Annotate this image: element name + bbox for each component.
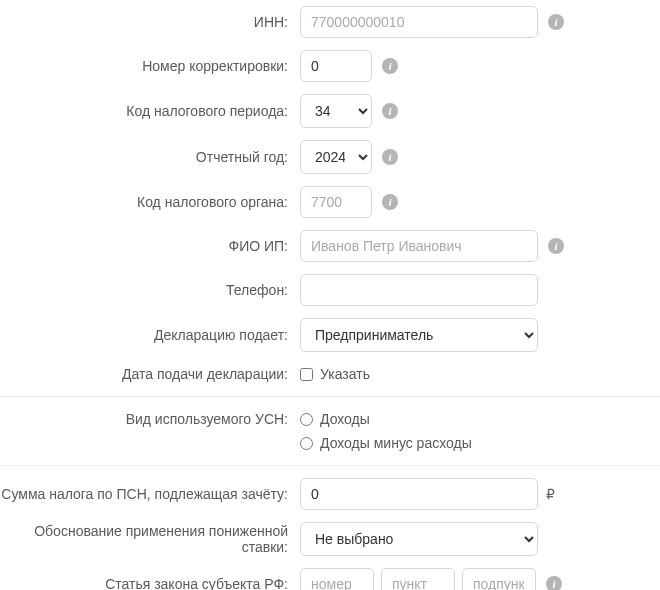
row-phone: Телефон:: [0, 268, 660, 312]
input-phone[interactable]: [300, 274, 538, 306]
label-fio: ФИО ИП:: [0, 238, 300, 254]
input-statute-number[interactable]: [300, 568, 374, 590]
row-fio: ФИО ИП: i: [0, 224, 660, 268]
radio-usn-income-input[interactable]: [300, 413, 313, 426]
label-usn-type: Вид используемого УСН:: [0, 409, 300, 427]
row-tax-org: Код налогового органа: i: [0, 180, 660, 224]
divider: [0, 465, 660, 466]
info-icon[interactable]: i: [382, 149, 398, 165]
info-icon[interactable]: i: [382, 58, 398, 74]
label-submit-date: Дата подачи декларации:: [0, 366, 300, 382]
checkbox-specify-date[interactable]: Указать: [300, 364, 370, 384]
label-correction: Номер корректировки:: [0, 58, 300, 74]
input-inn[interactable]: [300, 6, 538, 38]
row-basis: Обоснование применения пониженной ставки…: [0, 516, 660, 562]
label-statute: Статья закона субъекта РФ:: [0, 576, 300, 590]
checkbox-specify-date-label: Указать: [320, 366, 370, 382]
radio-group-usn: Доходы Доходы минус расходы: [300, 409, 472, 453]
info-icon[interactable]: i: [546, 576, 562, 590]
select-year[interactable]: 2024: [300, 140, 372, 174]
divider: [0, 396, 660, 397]
radio-usn-income-minus[interactable]: Доходы минус расходы: [300, 433, 472, 453]
checkbox-specify-date-input[interactable]: [300, 368, 313, 381]
row-inn: ИНН: i: [0, 0, 660, 44]
input-psn-tax[interactable]: [300, 478, 538, 510]
currency-symbol: ₽: [546, 486, 555, 502]
row-year: Отчетный год: 2024 i: [0, 134, 660, 180]
statute-inputs: [300, 568, 536, 590]
label-basis: Обоснование применения пониженной ставки…: [0, 523, 300, 555]
select-basis[interactable]: Не выбрано: [300, 522, 538, 556]
info-icon[interactable]: i: [382, 194, 398, 210]
info-icon[interactable]: i: [548, 14, 564, 30]
radio-usn-income[interactable]: Доходы: [300, 409, 472, 429]
row-submitter: Декларацию подает: Предприниматель: [0, 312, 660, 358]
radio-usn-income-minus-label: Доходы минус расходы: [320, 435, 472, 451]
radio-usn-income-minus-input[interactable]: [300, 437, 313, 450]
label-submitter: Декларацию подает:: [0, 327, 300, 343]
select-tax-period[interactable]: 34: [300, 94, 372, 128]
label-phone: Телефон:: [0, 282, 300, 298]
input-correction[interactable]: [300, 50, 372, 82]
row-psn-tax: Сумма налога по ПСН, подлежащая зачёту: …: [0, 472, 660, 516]
label-psn-tax: Сумма налога по ПСН, подлежащая зачёту:: [0, 486, 300, 502]
row-usn-type: Вид используемого УСН: Доходы Доходы мин…: [0, 403, 660, 459]
radio-usn-income-label: Доходы: [320, 411, 370, 427]
input-statute-subpoint[interactable]: [462, 568, 536, 590]
row-tax-period: Код налогового периода: 34 i: [0, 88, 660, 134]
input-tax-org[interactable]: [300, 186, 372, 218]
label-tax-org: Код налогового органа:: [0, 194, 300, 210]
select-submitter[interactable]: Предприниматель: [300, 318, 538, 352]
label-tax-period: Код налогового периода:: [0, 103, 300, 119]
input-statute-point[interactable]: [381, 568, 455, 590]
input-fio[interactable]: [300, 230, 538, 262]
label-year: Отчетный год:: [0, 149, 300, 165]
info-icon[interactable]: i: [548, 238, 564, 254]
label-inn: ИНН:: [0, 14, 300, 30]
info-icon[interactable]: i: [382, 103, 398, 119]
row-correction: Номер корректировки: i: [0, 44, 660, 88]
row-statute: Статья закона субъекта РФ: i: [0, 562, 660, 590]
row-submit-date: Дата подачи декларации: Указать: [0, 358, 660, 390]
